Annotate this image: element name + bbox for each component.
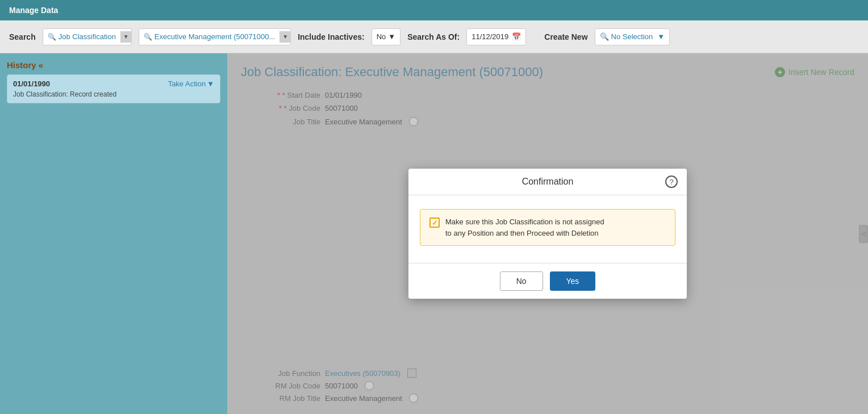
history-label: History « xyxy=(7,60,43,70)
search-type-value: Job Classification xyxy=(59,32,116,41)
search-type-dropdown[interactable]: 🔍 Job Classification ▼ xyxy=(43,28,132,45)
modal-footer: No Yes xyxy=(408,264,687,299)
history-record-header: 01/01/1990 Take Action ▼ xyxy=(13,80,214,88)
include-inactives-arrow: ▼ xyxy=(388,32,395,41)
top-bar: Manage Data xyxy=(0,0,868,20)
history-record: 01/01/1990 Take Action ▼ Job Classificat… xyxy=(7,74,220,103)
history-date: 01/01/1990 xyxy=(13,80,50,88)
warning-line2: to any Position and then Proceed with De… xyxy=(445,229,599,237)
take-action-arrow: ▼ xyxy=(207,80,214,88)
search-bar: Search 🔍 Job Classification ▼ 🔍 Executiv… xyxy=(0,20,868,53)
create-new-label: Create New xyxy=(544,32,587,41)
include-inactives-label: Include Inactives: xyxy=(298,32,364,41)
include-inactives-value: No xyxy=(377,32,386,41)
search-label: Search xyxy=(9,32,36,41)
take-action-button[interactable]: Take Action ▼ xyxy=(168,80,214,88)
history-header: History « xyxy=(7,60,220,70)
date-input[interactable]: 11/12/2019 📅 xyxy=(466,28,526,45)
search-value-arrow[interactable]: ▼ xyxy=(279,31,290,43)
search-value-dropdown[interactable]: 🔍 Executive Management (50071000... ▼ xyxy=(139,28,291,45)
modal-header: Confirmation ? xyxy=(408,169,687,195)
sidebar: History « 01/01/1990 Take Action ▼ Job C… xyxy=(0,53,227,414)
modal-title: Confirmation xyxy=(522,177,574,187)
no-selection-search-icon: 🔍 xyxy=(600,32,609,41)
include-inactives-dropdown[interactable]: No ▼ xyxy=(372,28,401,45)
confirmation-modal: Confirmation ? ✓ Make sure this Job Clas… xyxy=(408,169,687,299)
app-title: Manage Data xyxy=(9,6,58,15)
no-selection-arrow: ▼ xyxy=(657,32,665,41)
calendar-icon[interactable]: 📅 xyxy=(512,32,521,41)
history-description: Job Classification: Record created xyxy=(13,90,214,98)
main-content: Job Classification: Executive Management… xyxy=(227,53,868,414)
warning-text: Make sure this Job Classification is not… xyxy=(445,216,604,239)
warning-checkbox-icon: ✓ xyxy=(429,218,440,228)
modal-body: ✓ Make sure this Job Classification is n… xyxy=(408,195,687,264)
content-area: History « 01/01/1990 Take Action ▼ Job C… xyxy=(0,53,868,414)
warning-line1: Make sure this Job Classification is not… xyxy=(445,218,604,226)
yes-button[interactable]: Yes xyxy=(550,271,596,291)
warning-box: ✓ Make sure this Job Classification is n… xyxy=(420,209,675,246)
modal-help-icon[interactable]: ? xyxy=(665,175,678,188)
search-as-of-label: Search As Of: xyxy=(407,32,460,41)
search-value-icon: 🔍 xyxy=(144,33,152,41)
search-type-arrow[interactable]: ▼ xyxy=(120,31,131,43)
no-selection-value: No Selection xyxy=(611,32,653,41)
checkmark-icon: ✓ xyxy=(432,219,438,227)
search-type-icon: 🔍 xyxy=(48,33,56,41)
date-value: 11/12/2019 xyxy=(471,32,508,41)
modal-overlay: Confirmation ? ✓ Make sure this Job Clas… xyxy=(227,53,868,414)
help-icon-label: ? xyxy=(669,178,673,186)
take-action-label: Take Action xyxy=(168,80,206,88)
no-selection-dropdown[interactable]: 🔍 No Selection ▼ xyxy=(595,28,670,45)
search-value-text: Executive Management (50071000... xyxy=(155,32,275,41)
no-button[interactable]: No xyxy=(500,271,543,291)
